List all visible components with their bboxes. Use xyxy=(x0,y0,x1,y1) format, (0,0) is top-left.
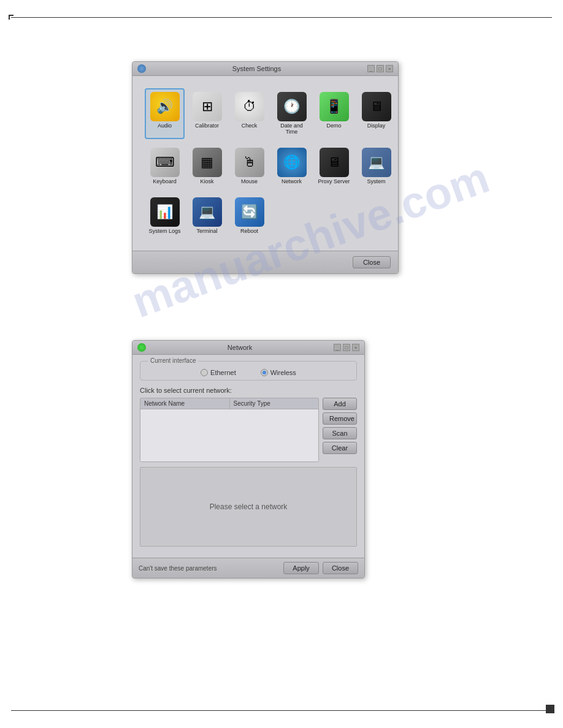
icon-demo[interactable]: 📱 Demo xyxy=(314,88,354,139)
network-content: Current interface Ethernet Wireless Clic… xyxy=(132,355,364,558)
minimize-button[interactable]: _ xyxy=(367,65,375,72)
close-network-button[interactable]: Close xyxy=(323,562,358,574)
icon-syslogs[interactable]: 📊 System Logs xyxy=(145,194,185,238)
wireless-label: Wireless xyxy=(270,369,296,376)
network-list-container: Network Name Security Type Add Remove Sc… xyxy=(140,398,357,462)
network-list-body xyxy=(140,409,318,461)
icon-audio[interactable]: 🔊 Audio xyxy=(145,88,185,139)
icon-proxy[interactable]: 🖥 Proxy Server xyxy=(314,144,354,189)
check-icon: ⏱ xyxy=(235,92,264,121)
icon-mouse[interactable]: 🖱 Mouse xyxy=(229,144,269,189)
clear-button[interactable]: Clear xyxy=(323,442,357,454)
proxy-icon: 🖥 xyxy=(320,148,349,177)
network-list-header: Network Name Security Type xyxy=(140,398,318,409)
net-footer-buttons: Apply Close xyxy=(283,562,358,574)
syslogs-label: System Logs xyxy=(148,229,180,235)
net-titlebar-left xyxy=(137,343,146,352)
datetime-icon: 🕐 xyxy=(277,92,307,121)
network-icon: 🌐 xyxy=(277,148,307,177)
net-minimize-button[interactable]: _ xyxy=(334,344,341,351)
net-close-button[interactable]: × xyxy=(352,344,359,351)
reboot-label: Reboot xyxy=(240,229,258,235)
keyboard-icon: ⌨ xyxy=(150,148,180,177)
interface-legend: Current interface xyxy=(148,357,198,364)
display-icon: 🖥 xyxy=(362,92,391,121)
add-button[interactable]: Add xyxy=(323,398,357,410)
mouse-label: Mouse xyxy=(241,179,258,185)
interface-group: Current interface Ethernet Wireless xyxy=(140,361,357,381)
icon-calibrator[interactable]: ⊞ Calibrator xyxy=(187,88,227,139)
maximize-button[interactable]: □ xyxy=(377,65,384,72)
icon-grid: 🔊 Audio ⊞ Calibrator ⏱ Check 🕐 Date and … xyxy=(140,83,391,243)
calibrator-icon: ⊞ xyxy=(193,92,222,121)
terminal-label: Terminal xyxy=(196,229,217,235)
mouse-icon: 🖱 xyxy=(235,148,264,177)
network-list-label: Click to select current network: xyxy=(140,387,357,394)
icon-kiosk[interactable]: ▦ Kiosk xyxy=(187,144,227,189)
network-footer: Can't save these parameters Apply Close xyxy=(132,558,364,578)
icon-keyboard[interactable]: ⌨ Keyboard xyxy=(145,144,185,189)
icon-datetime[interactable]: 🕐 Date and Time xyxy=(272,88,312,139)
icon-check[interactable]: ⏱ Check xyxy=(229,88,269,139)
calibrator-label: Calibrator xyxy=(195,123,219,129)
keyboard-label: Keyboard xyxy=(153,179,177,185)
col-network-name: Network Name xyxy=(140,398,230,409)
ethernet-option[interactable]: Ethernet xyxy=(201,369,236,376)
system-settings-titlebar: System Settings _ □ × xyxy=(132,62,398,76)
demo-label: Demo xyxy=(326,123,341,129)
icon-system[interactable]: 💻 System xyxy=(356,144,396,189)
wireless-option[interactable]: Wireless xyxy=(261,369,296,376)
display-label: Display xyxy=(367,123,386,129)
reboot-icon: 🔄 xyxy=(235,197,264,227)
syslogs-icon: 📊 xyxy=(150,197,180,227)
network-info-text: Please select a network xyxy=(210,502,288,511)
network-title: Network xyxy=(146,344,334,351)
system-settings-content: 🔊 Audio ⊞ Calibrator ⏱ Check 🕐 Date and … xyxy=(132,76,398,251)
datetime-label: Date and Time xyxy=(275,123,308,135)
system-settings-title: System Settings xyxy=(146,65,367,72)
net-window-controls: _ □ × xyxy=(334,344,359,351)
system-label: System xyxy=(367,179,385,185)
ethernet-label: Ethernet xyxy=(210,369,236,376)
system-icon: 💻 xyxy=(362,148,391,177)
network-info-area: Please select a network xyxy=(140,467,357,547)
network-label: Network xyxy=(282,179,302,185)
network-window: Network _ □ × Current interface Ethernet… xyxy=(132,340,365,578)
network-action-buttons: Add Remove Scan Clear xyxy=(323,398,357,462)
net-window-icon xyxy=(137,343,146,352)
icon-reboot[interactable]: 🔄 Reboot xyxy=(229,194,269,238)
close-button-ss[interactable]: × xyxy=(386,65,393,72)
corner-bottom-right xyxy=(546,705,554,713)
audio-icon: 🔊 xyxy=(150,92,180,121)
network-titlebar: Network _ □ × xyxy=(132,341,364,355)
apply-button[interactable]: Apply xyxy=(283,562,319,574)
system-settings-footer: Close xyxy=(132,251,398,273)
proxy-label: Proxy Server xyxy=(318,179,350,185)
scan-button[interactable]: Scan xyxy=(323,427,357,439)
close-settings-button[interactable]: Close xyxy=(353,256,391,268)
icon-network[interactable]: 🌐 Network xyxy=(272,144,312,189)
kiosk-label: Kiosk xyxy=(200,179,213,185)
network-list: Network Name Security Type xyxy=(140,398,319,462)
page-border-bottom xyxy=(11,710,552,711)
page-border-top xyxy=(11,17,552,18)
system-settings-window: System Settings _ □ × 🔊 Audio ⊞ Calibrat… xyxy=(132,61,399,274)
check-label: Check xyxy=(242,123,258,129)
interface-options: Ethernet Wireless xyxy=(148,369,349,376)
icon-display[interactable]: 🖥 Display xyxy=(356,88,396,139)
demo-icon: 📱 xyxy=(320,92,349,121)
icon-terminal[interactable]: 💻 Terminal xyxy=(187,194,227,238)
terminal-icon: 💻 xyxy=(193,197,222,227)
corner-top-left xyxy=(9,15,13,20)
wireless-radio[interactable] xyxy=(261,369,268,376)
ethernet-radio[interactable] xyxy=(201,369,208,376)
titlebar-left xyxy=(137,64,146,73)
window-icon xyxy=(137,64,146,73)
col-security-type: Security Type xyxy=(230,398,319,409)
net-status-text: Can't save these parameters xyxy=(139,565,217,572)
window-controls: _ □ × xyxy=(367,65,393,72)
remove-button[interactable]: Remove xyxy=(323,412,357,425)
kiosk-icon: ▦ xyxy=(193,148,222,177)
audio-label: Audio xyxy=(158,123,172,129)
net-maximize-button[interactable]: □ xyxy=(343,344,350,351)
